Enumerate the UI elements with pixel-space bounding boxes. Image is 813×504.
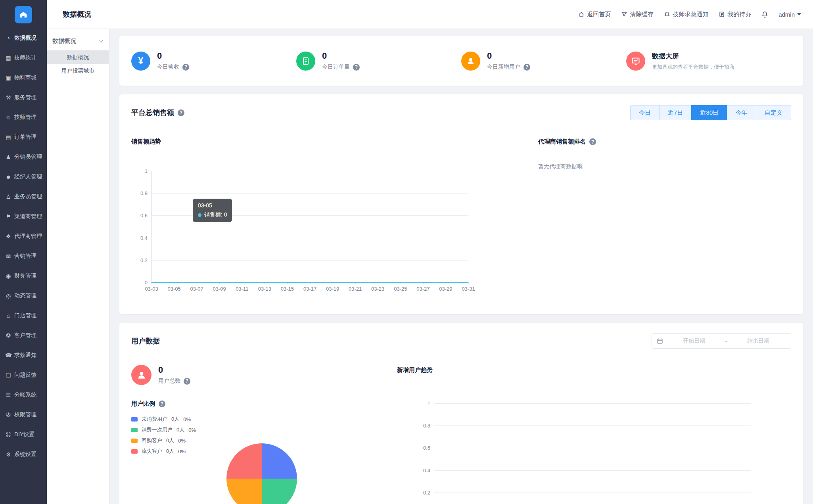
sidebar-item-split-account[interactable]: ☰分账系统 xyxy=(0,385,47,405)
sos-icon: ☎ xyxy=(5,352,12,358)
sidebar-item-data-overview[interactable]: ◔数据概况 xyxy=(0,28,47,48)
sidebar-item-marketing-mgmt[interactable]: ✉营销管理 xyxy=(0,246,47,266)
range-tab-custom[interactable]: 自定义 xyxy=(756,105,791,120)
user-menu[interactable]: admin xyxy=(778,11,801,18)
sidebar-item-channel-mgmt[interactable]: ⚑渠道商管理 xyxy=(0,207,47,226)
sidebar-item-distributor-mgmt[interactable]: ♟分销员管理 xyxy=(0,147,47,167)
app-root: ◔数据概况▦技师统计▣物料商城⚒服务管理☺技师管理▤订单管理♟分销员管理☻经纪人… xyxy=(0,0,813,504)
right-column: 数据概况 返回首页 清除缓存 xyxy=(47,0,813,504)
sidebar-item-dynamic-mgmt[interactable]: ◎动态管理 xyxy=(0,286,47,306)
start-date-input[interactable]: 开始日期 xyxy=(666,337,722,345)
sidebar-item-label: 分销员管理 xyxy=(14,153,42,161)
help-icon[interactable]: ? xyxy=(178,109,184,116)
sidebar-item-customer-mgmt[interactable]: ✪客户管理 xyxy=(0,326,47,345)
sidebar-item-label: 技师统计 xyxy=(14,54,36,61)
notification-bell[interactable] xyxy=(761,11,768,18)
help-icon[interactable]: ? xyxy=(182,64,189,71)
sidebar-item-technician-stats[interactable]: ▦技师统计 xyxy=(0,48,47,68)
stats-card: ¥ 0 今日营收 ? xyxy=(119,36,803,86)
x-axis-tick-label: 03-19 xyxy=(326,286,339,292)
submenu-item-data-overview[interactable]: 数据概况 xyxy=(47,50,109,64)
user-total-icon xyxy=(131,365,151,385)
y-axis-tick-label: 0.8 xyxy=(140,190,148,196)
chart-gridline xyxy=(434,425,751,426)
agent-ranking-section: 代理商销售额排名 ? 暂无代理商数据哦 xyxy=(528,138,791,283)
main-content: ¥ 0 今日营收 ? xyxy=(109,29,813,504)
sidebar-item-sos-notice[interactable]: ☎求救通知 xyxy=(0,345,47,365)
sidebar-item-label: 财务管理 xyxy=(14,272,36,280)
y-axis-tick-label: 0.2 xyxy=(423,489,430,495)
clear-cache-link[interactable]: 清除缓存 xyxy=(621,11,654,18)
split-icon: ☰ xyxy=(5,392,12,398)
sidebar-item-diy-settings[interactable]: ⌘DIY设置 xyxy=(0,425,47,445)
sidebar-item-label: 分账系统 xyxy=(14,391,36,399)
legend-label: 未消费用户 xyxy=(142,416,167,423)
sidebar-item-finance-mgmt[interactable]: ◉财务管理 xyxy=(0,266,47,286)
sidebar-item-salesman-mgmt[interactable]: ♙业务员管理 xyxy=(0,187,47,207)
range-tab-year[interactable]: 今年 xyxy=(727,105,756,120)
my-todo-link[interactable]: 我的待办 xyxy=(719,11,751,18)
sidebar-item-agent-mgmt[interactable]: ❖代理商管理 xyxy=(0,226,47,246)
help-icon[interactable]: ? xyxy=(353,64,360,71)
y-axis-tick-label: 0.6 xyxy=(423,445,430,451)
y-axis-tick-label: 0.6 xyxy=(140,213,148,218)
mall-icon: ▣ xyxy=(5,75,12,81)
diy-icon: ⌘ xyxy=(5,431,12,438)
technician-icon: ☺ xyxy=(5,114,12,121)
agent-ranking-title: 代理商销售额排名 xyxy=(538,138,586,146)
sidebar-item-permission-mgmt[interactable]: ✇权限管理 xyxy=(0,405,47,425)
sidebar-item-broker-mgmt[interactable]: ☻经纪人管理 xyxy=(0,167,47,187)
x-axis-tick-label: 03-29 xyxy=(439,286,452,292)
sidebar-item-service-mgmt[interactable]: ⚒服务管理 xyxy=(0,88,47,107)
sidebar-item-store-mgmt[interactable]: ⌂门店管理 xyxy=(0,306,47,326)
today-revenue-value: 0 xyxy=(157,51,189,61)
customer-icon: ✪ xyxy=(5,332,12,339)
sales-trend-title: 销售额趋势 xyxy=(131,138,161,146)
date-range-picker[interactable]: 开始日期 - 结束日期 xyxy=(652,333,791,349)
end-date-input[interactable]: 结束日期 xyxy=(730,337,786,345)
new-users-trend-chart: 00.20.40.60.81 xyxy=(434,403,751,504)
back-home-link[interactable]: 返回首页 xyxy=(578,11,611,18)
today-new-users-value: 0 xyxy=(487,51,530,61)
sidebar-item-system-settings[interactable]: ⚙系统设置 xyxy=(0,445,47,464)
home-icon xyxy=(578,11,585,17)
submenu-item-user-vote-city[interactable]: 用户投票城市 xyxy=(47,64,109,77)
help-icon[interactable]: ? xyxy=(184,378,190,385)
submenu-group-data-overview[interactable]: 数据概况 xyxy=(47,31,109,50)
range-tab-7d[interactable]: 近7日 xyxy=(659,105,691,120)
user-total-stat: 0 用户总数 ? xyxy=(131,365,791,385)
legend-label: 回购客户 xyxy=(142,437,162,444)
range-tab-today[interactable]: 今日 xyxy=(630,105,659,120)
chart-tooltip: 03-05 销售额: 0 xyxy=(193,199,232,222)
sidebar-item-order-mgmt[interactable]: ▤订单管理 xyxy=(0,127,47,147)
data-screen-entry[interactable]: 数据大屏 更加直观的查看平台数据，便于招商 xyxy=(626,52,791,71)
sidebar-item-label: 业务员管理 xyxy=(14,193,42,200)
legend-count: 0人 xyxy=(171,416,179,423)
settings-icon: ⚙ xyxy=(5,451,12,458)
help-icon[interactable]: ? xyxy=(159,401,165,407)
series-marker xyxy=(198,213,201,217)
chart-gridline xyxy=(434,470,751,471)
today-orders-label: 今日订单量 xyxy=(322,63,350,71)
x-axis-tick-label: 03-31 xyxy=(462,286,475,292)
help-icon[interactable]: ? xyxy=(523,64,530,71)
sidebar-item-label: 求救通知 xyxy=(14,352,36,359)
x-axis-tick-label: 03-21 xyxy=(349,286,362,292)
sales-card: 平台总销售额 ? 今日 近7日 近30日 今年 自定义 xyxy=(119,94,803,314)
y-axis-tick-label: 0.4 xyxy=(423,467,430,473)
sidebar-nav: ◔数据概况▦技师统计▣物料商城⚒服务管理☺技师管理▤订单管理♟分销员管理☻经纪人… xyxy=(0,28,47,504)
tooltip-date: 03-05 xyxy=(198,202,227,209)
user-data-card: 用户数据 开始日期 - 结束日期 xyxy=(119,323,803,504)
sidebar-item-technician-mgmt[interactable]: ☺技师管理 xyxy=(0,107,47,127)
range-tab-30d[interactable]: 近30日 xyxy=(691,105,727,120)
help-icon[interactable]: ? xyxy=(589,138,596,145)
app-logo[interactable] xyxy=(15,6,32,23)
username: admin xyxy=(778,11,795,18)
sidebar-item-material-mall[interactable]: ▣物料商城 xyxy=(0,68,47,88)
sidebar-item-feedback[interactable]: ❏问题反馈 xyxy=(0,365,47,385)
legend-pct: 0% xyxy=(178,438,186,444)
technician-sos-link[interactable]: 技师求救通知 xyxy=(664,11,708,18)
legend-pct: 0% xyxy=(178,448,186,454)
marketing-icon: ✉ xyxy=(5,253,12,259)
legend-count: 0人 xyxy=(176,426,184,433)
